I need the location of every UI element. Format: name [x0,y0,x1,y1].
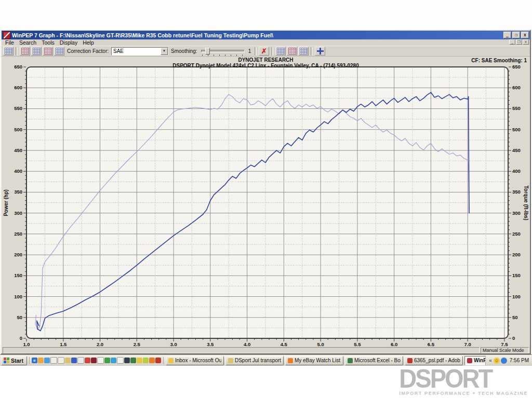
svg-text:400: 400 [512,168,521,174]
tray-chevron-icon[interactable]: « [489,358,492,363]
task-label: My eBay Watch List - Mo... [295,358,341,363]
messenger-tray-icon[interactable]: ☺ [494,358,500,364]
window-icon[interactable] [58,357,64,364]
svg-text:450: 450 [512,147,521,153]
svg-text:100: 100 [14,294,22,299]
excel-icon[interactable] [130,358,136,363]
svg-text:7.0: 7.0 [464,341,471,347]
svg-text:300: 300 [512,210,521,216]
svg-text:550: 550 [14,105,22,111]
menu-item-help[interactable]: Help [80,39,97,46]
svg-text:350: 350 [14,189,22,195]
svg-text:6.5: 6.5 [428,341,435,347]
menu-bar-items: FileSearchToolsDisplayHelp [3,39,97,46]
svg-text:150: 150 [512,272,521,278]
network-tray-icon[interactable] [501,358,507,364]
quick-launch: e [29,357,164,364]
ie-icon[interactable]: e [32,358,37,363]
task-label: DSport Jul transportatio... [235,358,281,363]
toolbar: Correction Factor: SAE ▼ Smoothing: 1 ✗ [2,46,530,57]
excel-icon [348,358,353,363]
svg-text:4.5: 4.5 [281,341,288,347]
smoothing-slider[interactable] [201,47,245,56]
msn-icon[interactable] [44,358,50,363]
menu-item-file[interactable]: File [3,39,17,46]
task-label: Microsoft Excel - Book1 ... [354,358,401,363]
start-button[interactable]: Start [1,356,27,365]
task-label: Inbox - Microsoft Outlook [175,358,221,363]
close-button[interactable]: x [521,32,529,38]
svg-text:3.0: 3.0 [170,341,177,347]
delete-run-button[interactable]: ✗ [259,47,269,56]
media-player-icon[interactable] [71,358,77,363]
correction-factor-select[interactable]: SAE ▼ [111,47,168,56]
taskbar-button-outlook[interactable]: Inbox - Microsoft Outlook [166,356,224,365]
graph-grid-button[interactable] [3,47,14,56]
dropdown-arrow-icon[interactable]: ▼ [161,48,168,55]
record-icon[interactable] [77,357,84,364]
svg-text:2.5: 2.5 [134,341,141,347]
winamp-icon[interactable] [137,358,142,363]
svg-text:400: 400 [14,168,22,174]
quicktime-icon[interactable] [111,358,116,363]
zoom-graph-button[interactable] [275,47,286,56]
graph-compare-button[interactable] [43,47,53,56]
svg-text:Torque (ft-lbs): Torque (ft-lbs) [523,185,529,220]
graph-zoom-icon [277,48,285,54]
taskbar-button-excel[interactable]: Microsoft Excel - Book1 ... [345,356,403,365]
svg-text:500: 500 [512,127,521,132]
photoshop-icon[interactable] [124,358,130,363]
tray-icons: ☺ [494,358,507,364]
menu-item-search[interactable]: Search [17,39,39,46]
smoothing-label: Smoothing: [171,48,197,54]
opera-icon[interactable] [85,358,90,363]
window2-icon[interactable] [117,357,124,364]
menu-item-display[interactable]: Display [57,39,80,46]
pan-button[interactable] [315,47,325,56]
graph-star-icon [288,48,296,54]
folder-icon[interactable] [65,358,71,363]
slider-ticks [202,54,244,56]
annotate-graph-button[interactable] [287,47,297,56]
toolbar-separator [255,47,257,56]
clock: 7:56 PM [510,358,529,363]
graph-edit-button[interactable] [20,47,30,56]
svg-text:600: 600 [512,85,521,90]
export-graph-button[interactable] [298,47,309,56]
dsport-logo: DSPORT IMPORT PERFORMANCE + TECH MAGAZIN… [399,369,528,396]
menu-item-tools[interactable]: Tools [39,39,57,46]
messenger-icon[interactable] [38,358,44,363]
svg-text:150: 150 [14,272,22,278]
acrobat-icon [407,358,413,363]
mdi-close-button[interactable]: x [523,39,529,45]
document-icon[interactable] [97,357,104,364]
globe-green-icon[interactable] [104,358,110,363]
slider-handle[interactable] [205,48,210,54]
page-footer: DSPORT IMPORT PERFORMANCE + TECH MAGAZIN… [0,366,532,398]
maximize-button[interactable]: ❐ [512,32,520,38]
graph-multi-icon [56,48,63,54]
shield-icon[interactable] [91,358,97,363]
toolbar-separator [271,47,273,56]
chart-svg: 0050501001001501502002002502503003003503… [2,57,530,347]
minimize-button[interactable]: _ [503,32,511,38]
taskbar-button-firefox[interactable]: My eBay Watch List - Mo... [285,356,343,365]
taskbar-button-folder[interactable]: DSport Jul transportatio... [225,356,284,365]
toolbar-separator [16,47,18,56]
show-desktop-icon[interactable] [50,357,57,364]
svg-text:1.0: 1.0 [23,341,30,347]
firefox-icon[interactable] [149,358,155,363]
graph-overlay-button[interactable] [31,47,42,56]
mdi-minimize-button[interactable]: _ [509,39,515,45]
acrobat-icon[interactable] [155,358,161,363]
status-scale-mode: Manual Scale Mode [481,347,529,353]
titlebar[interactable]: WinPEP 7 Graph - F:\Nissan\Skyline GT-R\… [2,31,530,39]
svg-text:450: 450 [14,147,22,153]
dsport-brand: DSPORT [399,368,528,389]
system-tray: « ☺ 7:56 PM [485,356,531,365]
svg-text:0: 0 [512,335,515,341]
graph-multi-button[interactable] [54,47,64,56]
lime-icon[interactable] [143,358,149,363]
outlook-icon [168,358,174,363]
mdi-restore-button[interactable]: ❐ [516,39,522,45]
